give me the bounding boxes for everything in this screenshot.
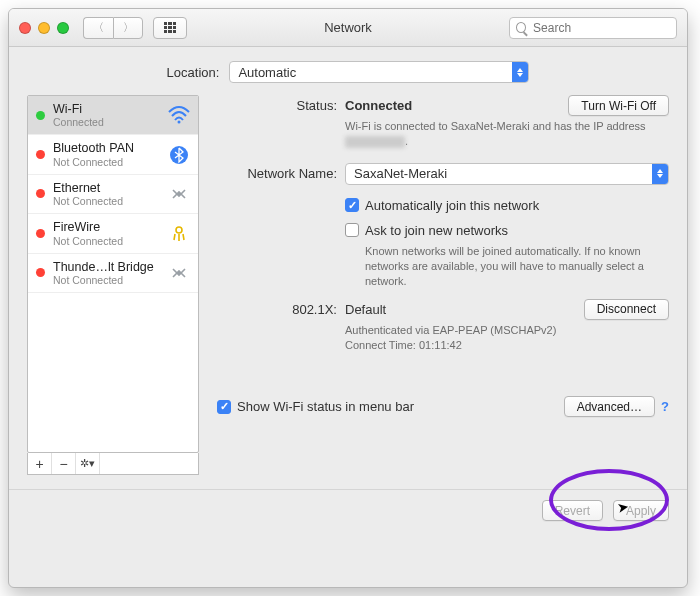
ethernet-icon xyxy=(168,262,190,284)
network-name-popup[interactable]: SaxaNet-Meraki xyxy=(345,163,669,185)
svg-point-0 xyxy=(178,121,181,124)
dot1x-time: Connect Time: 01:11:42 xyxy=(345,338,669,353)
dot1x-label: 802.1X: xyxy=(217,299,345,353)
remove-service-button[interactable]: − xyxy=(52,453,76,474)
add-service-button[interactable]: + xyxy=(28,453,52,474)
checkbox-icon xyxy=(345,223,359,237)
menubar-checkbox[interactable]: Show Wi-Fi status in menu bar xyxy=(217,399,414,414)
minimize-window-button[interactable] xyxy=(38,22,50,34)
sidebar-item-firewire[interactable]: FireWire Not Connected xyxy=(28,214,198,253)
auto-join-checkbox[interactable]: Automatically join this network xyxy=(345,198,539,213)
status-dot-icon xyxy=(36,268,45,277)
svg-point-2 xyxy=(177,192,180,195)
sidebar-item-sub: Not Connected xyxy=(53,195,123,207)
sidebar-item-sub: Not Connected xyxy=(53,156,134,168)
location-popup[interactable]: Automatic xyxy=(229,61,529,83)
ethernet-icon xyxy=(168,183,190,205)
revert-button[interactable]: Revert xyxy=(542,500,603,521)
network-name-label: Network Name: xyxy=(217,163,345,289)
dot1x-disconnect-button[interactable]: Disconnect xyxy=(584,299,669,320)
ip-redacted xyxy=(345,136,405,148)
checkbox-icon xyxy=(345,198,359,212)
apply-button[interactable]: Apply xyxy=(613,500,669,521)
location-value: Automatic xyxy=(238,65,296,80)
zoom-window-button[interactable] xyxy=(57,22,69,34)
menubar-label: Show Wi-Fi status in menu bar xyxy=(237,399,414,414)
sidebar-item-label: Thunde…lt Bridge xyxy=(53,260,154,274)
search-icon xyxy=(516,22,526,33)
sidebar-item-wifi[interactable]: Wi-Fi Connected xyxy=(28,96,198,135)
popup-arrows-icon xyxy=(652,164,668,184)
status-value: Connected xyxy=(345,98,412,113)
close-window-button[interactable] xyxy=(19,22,31,34)
help-button[interactable]: ? xyxy=(661,399,669,414)
status-desc-a: Wi-Fi is connected to SaxaNet-Meraki and… xyxy=(345,120,646,132)
auto-join-label: Automatically join this network xyxy=(365,198,539,213)
firewire-icon xyxy=(168,222,190,244)
service-list[interactable]: Wi-Fi Connected Bluetooth PAN Not Connec… xyxy=(27,95,199,453)
sidebar-item-thunderbolt[interactable]: Thunde…lt Bridge Not Connected xyxy=(28,254,198,293)
bluetooth-icon xyxy=(168,144,190,166)
sidebar-item-label: Wi-Fi xyxy=(53,102,104,116)
popup-arrows-icon xyxy=(512,62,528,82)
status-dot-icon xyxy=(36,189,45,198)
status-desc-b: . xyxy=(405,135,408,147)
back-button[interactable]: 〈 xyxy=(83,17,113,39)
ask-join-checkbox[interactable]: Ask to join new networks xyxy=(345,223,508,238)
forward-button[interactable]: 〉 xyxy=(113,17,143,39)
sidebar-item-label: Ethernet xyxy=(53,181,123,195)
dot1x-auth: Authenticated via EAP-PEAP (MSCHAPv2) xyxy=(345,323,669,338)
sidebar-item-bluetooth[interactable]: Bluetooth PAN Not Connected xyxy=(28,135,198,174)
status-dot-icon xyxy=(36,111,45,120)
sidebar-item-label: Bluetooth PAN xyxy=(53,141,134,155)
network-name-value: SaxaNet-Meraki xyxy=(354,166,447,181)
status-label: Status: xyxy=(217,95,345,149)
dot1x-value: Default xyxy=(345,302,386,317)
grid-icon xyxy=(164,22,176,34)
advanced-button[interactable]: Advanced… xyxy=(564,396,655,417)
sidebar-item-sub: Not Connected xyxy=(53,235,123,247)
sidebar-item-sub: Connected xyxy=(53,116,104,128)
sidebar-item-sub: Not Connected xyxy=(53,274,154,286)
svg-point-3 xyxy=(176,227,182,233)
ask-join-desc: Known networks will be joined automatica… xyxy=(365,244,669,289)
service-actions-button[interactable]: ✲▾ xyxy=(76,453,100,474)
status-dot-icon xyxy=(36,150,45,159)
sidebar-item-ethernet[interactable]: Ethernet Not Connected xyxy=(28,175,198,214)
ask-join-label: Ask to join new networks xyxy=(365,223,508,238)
location-label: Location: xyxy=(167,65,220,80)
search-field[interactable] xyxy=(509,17,677,39)
sidebar-item-label: FireWire xyxy=(53,220,123,234)
checkbox-icon xyxy=(217,400,231,414)
status-dot-icon xyxy=(36,229,45,238)
search-input[interactable] xyxy=(531,20,670,36)
svg-point-4 xyxy=(177,271,180,274)
show-all-prefs-button[interactable] xyxy=(153,17,187,39)
wifi-icon xyxy=(168,104,190,126)
wifi-toggle-button[interactable]: Turn Wi-Fi Off xyxy=(568,95,669,116)
